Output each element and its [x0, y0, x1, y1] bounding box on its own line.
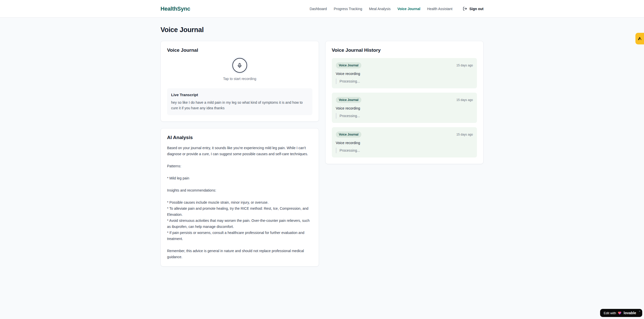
- app-header: HealthSync Dashboard Progress Tracking M…: [0, 0, 644, 18]
- entry-header: Voice Journal 15 days ago: [336, 62, 473, 68]
- edit-with-lovable-badge[interactable]: Edit with lovable ×: [600, 309, 642, 317]
- lovable-peak-icon: [637, 36, 642, 41]
- sign-out-button[interactable]: Sign out: [463, 7, 484, 11]
- page-title: Voice Journal: [160, 26, 484, 34]
- main-content: Voice Journal Voice Journal: [160, 18, 484, 267]
- microphone-icon: [237, 63, 242, 68]
- nav-item-progress-tracking[interactable]: Progress Tracking: [334, 7, 362, 11]
- app-logo[interactable]: HealthSync: [160, 6, 190, 12]
- history-list: Voice Journal 15 days ago Voice recordin…: [332, 58, 477, 157]
- entry-timestamp: 15 days ago: [457, 98, 473, 102]
- nav-item-health-assistant[interactable]: Health Assistant: [427, 7, 452, 11]
- entry-header: Voice Journal 15 days ago: [336, 97, 473, 103]
- history-card-title: Voice Journal History: [332, 47, 477, 53]
- record-button[interactable]: [232, 58, 247, 73]
- entry-type-badge: Voice Journal: [336, 97, 362, 103]
- live-transcript-box: Live Transcript hey so like I do have a …: [167, 88, 312, 115]
- analysis-card-title: AI Analysis: [167, 135, 312, 140]
- entry-status: Processing...: [336, 148, 473, 153]
- nav-item-voice-journal[interactable]: Voice Journal: [397, 7, 420, 11]
- lovable-prefix: Edit with: [604, 311, 616, 315]
- history-card: Voice Journal History Voice Journal 15 d…: [325, 41, 484, 164]
- side-panel-tab[interactable]: [635, 33, 644, 44]
- header-container: HealthSync Dashboard Progress Tracking M…: [160, 6, 484, 12]
- primary-nav: Dashboard Progress Tracking Meal Analysi…: [310, 7, 484, 11]
- entry-label: Voice recording: [336, 141, 473, 145]
- content-grid: Voice Journal Tap to start recording: [160, 41, 484, 267]
- entry-type-badge: Voice Journal: [336, 62, 362, 68]
- nav-item-meal-analysis[interactable]: Meal Analysis: [369, 7, 391, 11]
- entry-type-badge: Voice Journal: [336, 131, 362, 138]
- nav-item-dashboard[interactable]: Dashboard: [310, 7, 327, 11]
- history-entry[interactable]: Voice Journal 15 days ago Voice recordin…: [332, 127, 477, 157]
- right-column: Voice Journal History Voice Journal 15 d…: [325, 41, 484, 164]
- entry-status: Processing...: [336, 113, 473, 119]
- ai-analysis-card: AI Analysis Based on your journal entry,…: [160, 128, 319, 267]
- close-icon[interactable]: ×: [639, 310, 640, 313]
- left-column: Voice Journal Tap to start recording: [160, 41, 319, 267]
- record-hint: Tap to start recording: [223, 77, 256, 81]
- transcript-title: Live Transcript: [171, 93, 308, 97]
- recorder-card-title: Voice Journal: [167, 47, 312, 53]
- voice-recorder-card: Voice Journal Tap to start recording: [160, 41, 319, 122]
- logout-icon: [463, 7, 467, 11]
- transcript-text: hey so like I do have a mild pain in my …: [171, 100, 308, 111]
- heart-icon: [618, 311, 622, 315]
- history-entry[interactable]: Voice Journal 15 days ago Voice recordin…: [332, 58, 477, 88]
- analysis-body: Based on your journal entry, it sounds l…: [167, 145, 312, 260]
- entry-timestamp: 15 days ago: [457, 64, 473, 67]
- sign-out-label: Sign out: [469, 7, 484, 11]
- recording-area: Tap to start recording: [167, 53, 312, 82]
- entry-label: Voice recording: [336, 72, 473, 76]
- lovable-brand: lovable: [624, 311, 636, 315]
- entry-status: Processing...: [336, 78, 473, 84]
- entry-header: Voice Journal 15 days ago: [336, 131, 473, 138]
- history-entry[interactable]: Voice Journal 15 days ago Voice recordin…: [332, 93, 477, 123]
- entry-label: Voice recording: [336, 106, 473, 110]
- entry-timestamp: 15 days ago: [457, 133, 473, 136]
